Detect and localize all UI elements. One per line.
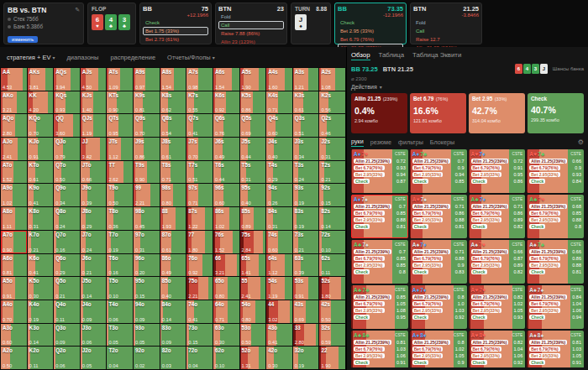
matrix-cell-KJo[interactable]: KJo0.91 [28,138,54,160]
matrix-cell-84o[interactable]: 84o0.14 [160,300,186,323]
board-card-6[interactable]: 6 [515,64,522,74]
matrix-cell-J9s[interactable]: J9s0.86 [134,138,160,160]
matrix-cell-Q2o[interactable]: Q2o0.06 [54,347,80,369]
matrix-cell-97s[interactable]: 97s0.71 [186,184,213,206]
matrix-cell-J6o[interactable]: J6o0.21 [81,254,107,277]
matrix-cell-Q5o[interactable]: Q5o0.21 [54,277,80,300]
matrix-cell-T8s[interactable]: T8s0.71 [160,161,186,184]
matrix-cell-T8o[interactable]: T8o0.36 [107,207,133,230]
matrix-cell-T7s[interactable]: T7s0.51 [186,161,213,184]
matrix-cell-83s[interactable]: 83s0.19 [293,207,319,230]
combo-cell-16[interactable]: A♣8♣CSTEAllin 21.25(239%)0.81Bet 6.79(76… [351,331,408,367]
matrix-cell-T3o[interactable]: T3o0.05 [107,324,133,347]
matrix-cell-73s[interactable]: 73s0.21 [293,231,319,253]
combo-cell-2[interactable]: A♥7♦CSTEAllin 21.25(239%)0.72Bet 6.79(76… [469,149,526,193]
node-action[interactable]: Raise 7.88 (86%) [218,29,284,38]
matrix-cell-85o[interactable]: 85o0.40 [160,277,186,300]
matrix-cell-94o[interactable]: 94o0.09 [134,300,160,323]
matrix-cell-75o[interactable]: 75o2.21 [186,277,213,300]
matrix-cell-63s[interactable]: 63s0.39 [293,254,319,277]
matrix-cell-74s[interactable]: 74s0.60 [266,231,292,253]
combo-cell-1[interactable]: A♦7♣CSTEAllin 21.25(239%)0.7Bet 6.79(76%… [410,149,467,193]
node-action[interactable]: Call [218,21,284,29]
matrix-cell-94s[interactable]: 94s0.26 [266,184,292,206]
matrix-cell-TT[interactable]: TT2.62 [107,161,133,184]
toolbar-item-reports-flops[interactable]: Отчеты/Флопы ▾ [167,54,215,61]
matrix-cell-Q4o[interactable]: Q4o0.11 [54,300,80,323]
matrix-cell-72o[interactable]: 72o0.04 [186,347,213,369]
node-action[interactable]: Fold [218,13,284,21]
matrix-cell-33[interactable]: 332.80 [293,324,319,347]
matrix-cell-K7o[interactable]: K7o0.21 [28,231,54,253]
matrix-cell-93o[interactable]: 93o0.05 [134,324,160,347]
matrix-cell-84s[interactable]: 84s0.31 [266,207,292,230]
matrix-cell-J6s[interactable]: J6s0.49 [213,138,239,160]
matrix-cell-K4o[interactable]: K4o0.19 [28,300,54,323]
combo-cell-14[interactable]: A♥7♥CSTEAllin 21.25(239%)0.82Bet 6.79(76… [469,285,526,329]
matrix-cell-A7s[interactable]: A7s0.98 [186,68,213,91]
matrix-cell-J3s[interactable]: J3s0.34 [293,138,319,160]
matrix-cell-JTs[interactable]: JTs1.12 [107,138,133,160]
matrix-cell-53o[interactable]: 53o0.50 [240,324,266,347]
summary-card-bet-6-79[interactable]: Bet 6.79 (76%)16.6%121.81 комбо [410,93,466,133]
matrix-cell-77[interactable]: 771.80 [186,231,213,253]
combo-cell-19[interactable]: A♠8♠CSTEAllin 21.25(239%)0.81Bet 6.79(76… [527,331,584,367]
tab-equity-table[interactable]: Таблица Эквити [412,51,461,60]
matrix-cell-65s[interactable]: 65s1.41 [240,254,266,277]
matrix-cell-T4s[interactable]: T4s0.29 [266,161,292,184]
combo-cell-13[interactable]: A♦7♦CSTEAllin 21.25(239%)0.8Bet 6.79(76%… [410,285,467,329]
tab-table[interactable]: Таблица [379,51,405,60]
node-action[interactable]: Raise 12.7 [413,35,479,44]
board-card-4[interactable]: 4♣ [105,14,117,30]
matrix-cell-K5s[interactable]: K5s0.86 [240,91,266,114]
matrix-cell-43o[interactable]: 43o0.41 [266,324,292,347]
node-action[interactable]: Allin 23 (123%) [218,38,284,46]
matrix-cell-J5o[interactable]: J5o0.14 [81,277,107,300]
matrix-cell-T5o[interactable]: T5o0.10 [107,277,133,300]
matrix-cell-54s[interactable]: 54s1.19 [266,277,292,300]
matrix-cell-KQs[interactable]: KQs0.93 [54,91,80,114]
matrix-cell-96s[interactable]: 96s0.60 [213,184,239,206]
matrix-cell-AJo[interactable]: AJo2.41 [1,138,27,160]
matrix-cell-A9o[interactable]: A9o1.02 [1,184,27,206]
matrix-cell-T2o[interactable]: T2o0.04 [107,347,133,369]
matrix-cell-Q8o[interactable]: Q8o0.24 [54,207,80,230]
combo-cell-10[interactable]: A♠7♥CSTEAllin 21.25(239%)0.66Bet 6.79(76… [469,240,526,284]
matrix-cell-A8s[interactable]: A8s1.54 [160,68,186,91]
matrix-cell-76o[interactable]: 76o0.92 [186,254,213,277]
matrix-cell-K2s[interactable]: K2s0.56 [319,91,345,114]
matrix-cell-52s[interactable]: 52s1.80 [319,277,345,300]
node-action[interactable]: Fold [413,18,479,27]
matrix-cell-K8o[interactable]: K8o0.31 [28,207,54,230]
matrix-cell-T7o[interactable]: T7o0.19 [107,231,133,253]
board-card-J[interactable]: J [540,64,548,74]
matrix-cell-J2s[interactable]: J2s0.31 [319,138,345,160]
filter-tab-summary[interactable]: резюме [370,138,391,146]
matrix-cell-Q7o[interactable]: Q7o0.16 [54,231,80,253]
matrix-cell-K6s[interactable]: K6s0.92 [213,91,239,114]
matrix-cell-A9s[interactable]: A9s0.97 [134,68,160,91]
node-action[interactable]: Bet 6.79 (76%) [338,35,403,44]
node-action[interactable]: Bet 2.73 (61%) [143,35,208,44]
matrix-cell-T3s[interactable]: T3s0.24 [293,161,319,184]
matrix-cell-QQ[interactable]: QQ3.60 [54,114,80,137]
matrix-cell-A4o[interactable]: A4o0.70 [1,300,27,323]
combo-cell-4[interactable]: A♦7♠CSTEAllin 21.25(239%)0.7Bet 6.79(76%… [351,195,408,238]
board-card-3[interactable]: 3 [532,64,539,74]
matrix-cell-AQs[interactable]: AQs3.94 [54,68,80,91]
board-card-6[interactable]: 6♥ [92,14,103,30]
matrix-cell-86s[interactable]: 86s1.02 [213,207,239,230]
combo-cell-8[interactable]: A♣7♠CSTEAllin 21.25(239%)0.7Bet 6.79(76%… [351,240,408,284]
matrix-cell-97o[interactable]: 97o0.31 [134,231,160,253]
matrix-cell-K7s[interactable]: K7s0.55 [186,91,213,114]
matrix-cell-J7o[interactable]: J7o0.24 [81,231,107,253]
matrix-cell-T2s[interactable]: T2s0.21 [319,161,345,184]
edit-chip-button[interactable]: изменить [8,36,38,43]
matrix-cell-83o[interactable]: 83o0.09 [160,324,186,347]
matrix-cell-KQo[interactable]: KQo0.70 [28,114,54,137]
combo-cell-15[interactable]: A♠7♠CSTEAllin 21.25(239%)0.84Bet 6.79(76… [527,285,584,329]
matrix-cell-66[interactable]: 663.21 [213,254,239,277]
matrix-cell-AA[interactable]: AA4.53 [1,68,27,91]
matrix-cell-QJo[interactable]: QJo0.79 [54,138,80,160]
gear-icon[interactable]: ⚙ [578,138,584,146]
